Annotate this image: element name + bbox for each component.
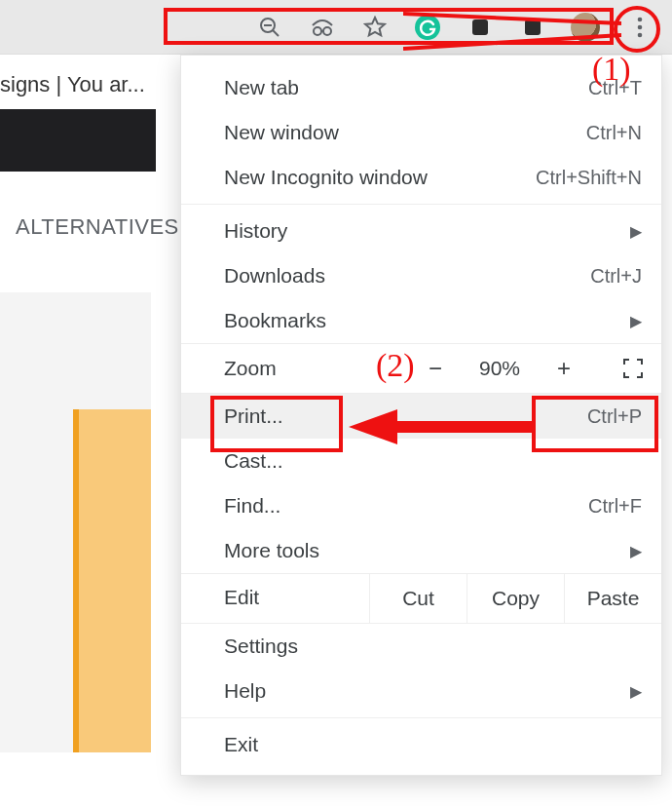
annotation-rect-print [210,396,343,452]
menu-label: Help [224,679,266,703]
menu-shortcut: Ctrl+N [586,122,642,144]
annotation-rect-toolbar [164,8,614,45]
chevron-right-icon: ▶ [630,222,642,241]
menu-shortcut: Ctrl+F [588,495,642,518]
menu-label: Find... [224,494,280,518]
menu-history[interactable]: History ▶ [181,209,661,253]
edit-copy-button[interactable]: Copy [467,574,564,623]
menu-label: New window [224,121,339,144]
annotation-number-1: (1) [592,51,631,88]
menu-label: New Incognito window [224,166,428,189]
menu-shortcut: Ctrl+Shift+N [536,167,642,189]
menu-label: Downloads [224,264,325,288]
edit-paste-button[interactable]: Paste [564,574,661,623]
menu-new-tab[interactable]: New tab Ctrl+T [181,65,661,110]
chevron-right-icon: ▶ [630,542,642,560]
page-header-band [0,109,156,172]
menu-help[interactable]: Help ▶ [181,669,661,713]
menu-label: Settings [224,634,298,658]
menu-more-tools[interactable]: More tools ▶ [181,528,661,573]
menu-zoom-row: Zoom − 90% + [181,343,661,394]
menu-label: History [224,219,287,243]
menu-label: New tab [224,76,299,99]
menu-edit-row: Edit Cut Copy Paste [181,573,661,624]
menu-separator [181,204,661,205]
menu-new-window[interactable]: New window Ctrl+N [181,110,661,155]
edit-label: Edit [181,574,369,623]
menu-downloads[interactable]: Downloads Ctrl+J [181,253,661,298]
page-orange-block [73,409,151,752]
chevron-right-icon: ▶ [630,312,642,330]
menu-settings[interactable]: Settings [181,624,661,669]
menu-label: Exit [224,733,258,756]
alternatives-heading: ALTERNATIVES [16,214,179,240]
menu-bookmarks[interactable]: Bookmarks ▶ [181,298,661,343]
chevron-right-icon: ▶ [630,682,642,701]
menu-new-incognito[interactable]: New Incognito window Ctrl+Shift+N [181,155,661,200]
tab-title-snippet: signs | You ar... [0,72,145,97]
annotation-number-2: (2) [376,347,415,384]
menu-label: Bookmarks [224,309,326,332]
zoom-in-button[interactable]: + [552,355,576,382]
zoom-percent: 90% [472,357,527,380]
menu-label: More tools [224,539,319,562]
edit-cut-button[interactable]: Cut [369,574,467,623]
menu-label: Cast... [224,449,283,473]
zoom-out-button[interactable]: − [424,355,447,382]
menu-find[interactable]: Find... Ctrl+F [181,483,661,528]
annotation-rect-shortcut [532,396,658,452]
menu-exit[interactable]: Exit [181,722,661,767]
menu-separator [181,717,661,718]
menu-shortcut: Ctrl+J [590,265,642,288]
fullscreen-button[interactable] [618,354,648,383]
annotation-circle-menu [614,6,660,53]
